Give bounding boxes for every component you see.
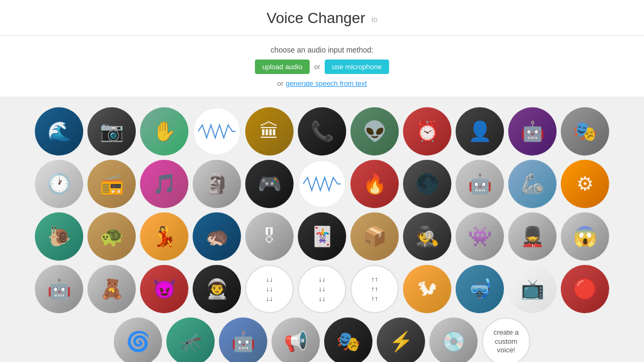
voice-circle-camera[interactable]: 📷 [87,107,136,156]
voice-circle-dalek[interactable]: 🗿 [193,160,241,208]
voice-circle-laser[interactable]: ⚡ [377,317,425,362]
voice-circle-cards[interactable]: 🃏 [298,212,346,261]
title-text: Voice Changer [267,10,365,26]
generate-speech-link[interactable]: generate speech from text [286,79,367,87]
voice-circle-demon[interactable]: 😈 [140,265,188,313]
voice-circle-astronaut[interactable]: 👨‍🚀 [193,265,241,313]
voice-circle-turtle[interactable]: 🐢 [87,212,136,261]
voice-circle-phone[interactable]: 📞 [298,107,346,156]
voice-grid-section: 🌊📷✋ 🏛📞👽⏰👤🤖🎭🕐📻🎵🗿🎮 🔥🌑🤖🦾⚙🐌🐢💃🦔🎖🃏📦🕵👾💂😱🤖🧸😈👨‍🚀↓… [0,97,644,362]
voice-circle-megaphone[interactable]: 📢 [272,317,320,362]
voice-circle-robot-2[interactable]: 🦾 [508,160,557,208]
voice-circle-mosquito[interactable]: 🦟 [166,317,215,362]
voice-circle-snail[interactable]: 🐌 [35,212,83,261]
voice-circle-spinner[interactable]: 💿 [429,317,478,362]
voice-circle-fire[interactable]: 🔥 [350,160,399,208]
voice-circle-melting[interactable]: ⏰ [403,107,451,156]
generate-row: or generate speech from text [0,78,644,88]
voice-circle-clock[interactable]: 🕐 [35,160,83,208]
use-microphone-button[interactable]: use microphone [325,60,390,74]
voice-circle-plush[interactable]: 🧸 [87,265,136,313]
voice-circle-shadow[interactable]: 👤 [456,107,504,156]
voice-circle-red-mach[interactable]: 🔴 [561,265,609,313]
voice-circle-chipmunk[interactable]: 🐿 [403,265,451,313]
voice-circle-wave[interactable] [193,107,241,156]
or-label-1: or [314,63,320,71]
voice-circle-robot-3[interactable]: ⚙ [561,160,609,208]
voice-circle-church[interactable]: 🏛 [245,107,294,156]
voice-circle-general[interactable]: 🎖 [245,212,294,261]
voice-circle-alien[interactable]: 👽 [350,107,399,156]
or-label-2: or [277,79,283,87]
voice-circle-down-slow[interactable]: ↓↓ ↓↓ ↓↓ [245,265,294,313]
voice-grid: 🌊📷✋ 🏛📞👽⏰👤🤖🎭🕐📻🎵🗿🎮 🔥🌑🤖🦾⚙🐌🐢💃🦔🎖🃏📦🕵👾💂😱🤖🧸😈👨‍🚀↓… [16,107,628,362]
voice-circle-robot-1[interactable]: 🤖 [456,160,504,208]
voice-circle-tv-robot[interactable]: 📺 [508,265,557,313]
voice-circle-mask[interactable]: 🎭 [561,107,609,156]
app-title: Voice Changer io [267,10,377,27]
voice-circle-cyborg[interactable]: 🤖 [35,265,83,313]
voice-circle-diver[interactable]: 🤿 [456,265,504,313]
choose-label: choose an audio input method: [0,46,644,54]
input-method-row: upload audio or use microphone [0,60,644,74]
voice-circle-wave[interactable] [298,160,346,208]
voice-circle-down-fast[interactable]: ↓↓ ↓↓ ↓↓ [298,265,346,313]
voice-circle-radio[interactable]: 📻 [87,160,136,208]
app-header: Voice Changer io [0,0,644,36]
voice-circle-scratch[interactable]: 🎵 [140,160,188,208]
voice-circle-spy[interactable]: 🕵 [403,212,451,261]
voice-circle-soldier[interactable]: 💂 [508,212,557,261]
voice-circle-console[interactable]: 🎮 [245,160,294,208]
voice-circle-up-fast[interactable]: ↑↑ ↑↑ ↑↑ [350,265,399,313]
voice-circle-ocean[interactable]: 🌊 [35,107,83,156]
voice-circle-blue-robot[interactable]: 🤖 [219,317,267,362]
subtitle-text: io [371,15,377,24]
voice-circle-box[interactable]: 📦 [350,212,399,261]
voice-circle-robot-bug[interactable]: 🤖 [508,107,557,156]
voice-circle-wire[interactable]: 🌀 [114,317,162,362]
voice-circle-dancer[interactable]: 💃 [140,212,188,261]
voice-circle-bane[interactable]: 🎭 [324,317,372,362]
upload-audio-button[interactable]: upload audio [255,60,310,74]
voice-circle-create-a-custom-voice![interactable]: create a custom voice! [482,317,530,362]
voice-circle-hand[interactable]: ✋ [140,107,188,156]
controls-section: choose an audio input method: upload aud… [0,36,644,97]
voice-circle-monster[interactable]: 👾 [456,212,504,261]
voice-circle-sonic[interactable]: 🦔 [193,212,241,261]
voice-circle-dark[interactable]: 🌑 [403,160,451,208]
voice-circle-wtf[interactable]: 😱 [561,212,609,261]
